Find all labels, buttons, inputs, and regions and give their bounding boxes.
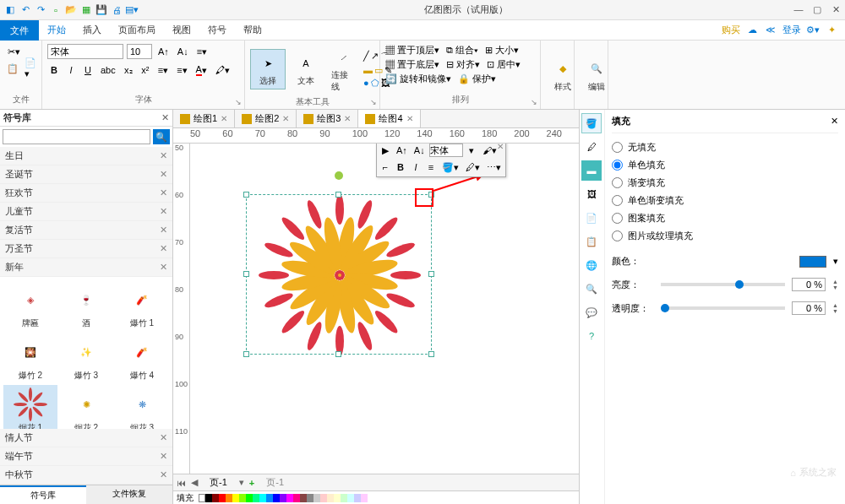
color-swatch[interactable] <box>199 494 205 502</box>
tab-close-icon[interactable]: ✕ <box>406 114 413 123</box>
ft-dropdown-icon[interactable]: ▾ <box>465 144 478 158</box>
close-button[interactable]: ✕ <box>830 4 842 15</box>
shape-firework3[interactable]: ❋烟花 3 <box>115 385 169 429</box>
copy-icon[interactable]: 📋 <box>5 61 20 76</box>
radio-no-fill[interactable] <box>612 142 623 153</box>
category-easter[interactable]: 复活节✕ <box>0 221 172 240</box>
resize-handle[interactable] <box>243 271 249 277</box>
tab-view[interactable]: 视图 <box>164 20 199 40</box>
print-icon[interactable]: 🖨 <box>110 3 123 17</box>
login-link[interactable]: 登录 <box>782 24 801 36</box>
color-dropdown-icon[interactable]: ▾ <box>833 256 838 267</box>
line-shape-icon[interactable]: ╱ <box>363 51 369 63</box>
tab-help[interactable]: 帮助 <box>235 20 270 40</box>
shape-firecracker4[interactable]: 🧨爆竹 4 <box>115 333 169 383</box>
category-carnival[interactable]: 狂欢节✕ <box>0 184 172 203</box>
search-tool-icon[interactable]: 🔍 <box>581 279 602 299</box>
color-swatch[interactable] <box>239 494 246 502</box>
color-swatch[interactable] <box>313 494 320 502</box>
page-first-icon[interactable]: ⏮ <box>177 478 186 488</box>
buy-link[interactable]: 购买 <box>722 24 740 36</box>
cat-close-icon[interactable]: ✕ <box>160 262 167 273</box>
color-swatch[interactable] <box>212 494 219 502</box>
resize-handle[interactable] <box>243 192 249 198</box>
category-children[interactable]: 儿童节✕ <box>0 203 172 221</box>
rect-shape-icon[interactable]: ▬ <box>363 65 373 76</box>
spin-down-icon[interactable]: ▼ <box>832 285 838 290</box>
ft-font-input[interactable] <box>429 144 463 157</box>
text-tool[interactable]: A 文本 <box>289 50 323 89</box>
tools-launcher-icon[interactable]: ↘ <box>370 98 377 106</box>
doc-tab-3[interactable]: 绘图3✕ <box>297 110 358 127</box>
color-swatch[interactable] <box>327 494 334 502</box>
cat-close-icon[interactable]: ✕ <box>160 150 167 161</box>
spin-up-icon[interactable]: ▲ <box>832 302 838 308</box>
resize-handle[interactable] <box>428 351 434 357</box>
ft-fill-icon[interactable]: 🪣▾ <box>439 160 461 175</box>
shape-firecracker3[interactable]: ✨爆竹 3 <box>59 333 113 383</box>
group-button[interactable]: ⧉ 组合▾ <box>446 44 478 57</box>
radio-mono-gradient[interactable] <box>612 195 623 206</box>
font-family-input[interactable] <box>47 44 123 59</box>
page-add-icon[interactable]: + <box>249 478 254 488</box>
ft-align-icon[interactable]: ≡ <box>424 160 438 175</box>
spin-up-icon[interactable]: ▲ <box>832 279 838 285</box>
color-swatch[interactable] <box>226 494 232 502</box>
brightness-slider[interactable] <box>661 283 785 286</box>
file-menu[interactable]: 文件 <box>0 20 39 41</box>
share-icon[interactable]: ≪ <box>764 24 777 37</box>
minimize-button[interactable]: — <box>793 4 804 15</box>
doc-tab-4[interactable]: 绘图4✕ <box>358 110 420 127</box>
color-swatch[interactable] <box>232 494 239 502</box>
tab-library[interactable]: 符号库 <box>0 485 86 504</box>
tab-close-icon[interactable]: ✕ <box>344 114 351 123</box>
category-newyear[interactable]: 新年✕ <box>0 258 172 277</box>
cat-close-icon[interactable]: ✕ <box>160 225 167 236</box>
send-back-button[interactable]: ▦ 置于底层▾ <box>385 58 439 71</box>
tab-recover[interactable]: 文件恢复 <box>86 485 172 504</box>
bold-button[interactable]: B <box>47 62 61 78</box>
comment-tool-icon[interactable]: 💬 <box>581 302 602 322</box>
line-tool-icon[interactable]: 🖊 <box>581 137 602 157</box>
fill-tool-icon[interactable]: 🪣 <box>581 113 602 133</box>
color-swatch[interactable] <box>219 494 226 502</box>
maximize-button[interactable]: ▢ <box>811 4 823 15</box>
align-button[interactable]: ≡▾ <box>174 62 189 78</box>
gear-icon[interactable]: ⚙▾ <box>806 24 820 37</box>
shadow-tool-icon[interactable]: ▬ <box>581 160 602 181</box>
float-close-icon[interactable]: ✕ <box>497 144 504 151</box>
opacity-slider[interactable] <box>661 306 785 310</box>
opacity-value[interactable]: 0 % <box>792 301 826 315</box>
cut-icon[interactable]: ✂▾ <box>5 44 23 59</box>
shape-wine[interactable]: 🍷酒 <box>59 280 113 331</box>
page-prev-icon[interactable]: ◀ <box>191 477 198 488</box>
help-tool-icon[interactable]: ? <box>581 326 602 346</box>
rotate-button[interactable]: 🔄 旋转和镜像▾ <box>385 73 451 85</box>
edit-button[interactable]: 🔍编辑 <box>580 56 613 95</box>
category-valentine[interactable]: 情人节✕ <box>0 429 172 447</box>
cat-close-icon[interactable]: ✕ <box>160 187 167 198</box>
rotate-handle[interactable] <box>335 171 343 180</box>
font-size-input[interactable] <box>127 44 152 59</box>
color-swatch-button[interactable] <box>799 256 826 268</box>
color-swatch[interactable] <box>280 494 286 502</box>
font-decrease-icon[interactable]: A↓ <box>175 44 191 59</box>
color-swatch[interactable] <box>205 494 212 502</box>
color-swatch[interactable] <box>259 494 266 502</box>
resize-handle[interactable] <box>428 271 434 277</box>
radio-texture-fill[interactable] <box>612 230 623 241</box>
doc-tab-2[interactable]: 绘图2✕ <box>235 110 297 127</box>
resize-handle[interactable] <box>243 351 249 357</box>
canvas[interactable]: 5060708090100110 ✕ ▶ A↑ A↓ ▾ 🖌▾ ⌐ B I ≡ … <box>173 144 579 474</box>
search-button[interactable]: 🔍 <box>153 129 170 144</box>
tab-start[interactable]: 开始 <box>39 20 74 40</box>
globe-tool-icon[interactable]: 🌐 <box>581 255 602 275</box>
category-halloween[interactable]: 万圣节✕ <box>0 240 172 258</box>
page-tab-1[interactable]: 页-1 <box>203 474 234 490</box>
ft-more-icon[interactable]: ⋯▾ <box>484 160 504 175</box>
image-tool-icon[interactable]: 🖼 <box>581 184 602 204</box>
cloud-icon[interactable]: ☁ <box>745 24 759 37</box>
shape-plaque[interactable]: ◈牌匾 <box>3 280 57 331</box>
radio-pattern-fill[interactable] <box>612 213 623 224</box>
font-increase-icon[interactable]: A↑ <box>155 44 172 59</box>
